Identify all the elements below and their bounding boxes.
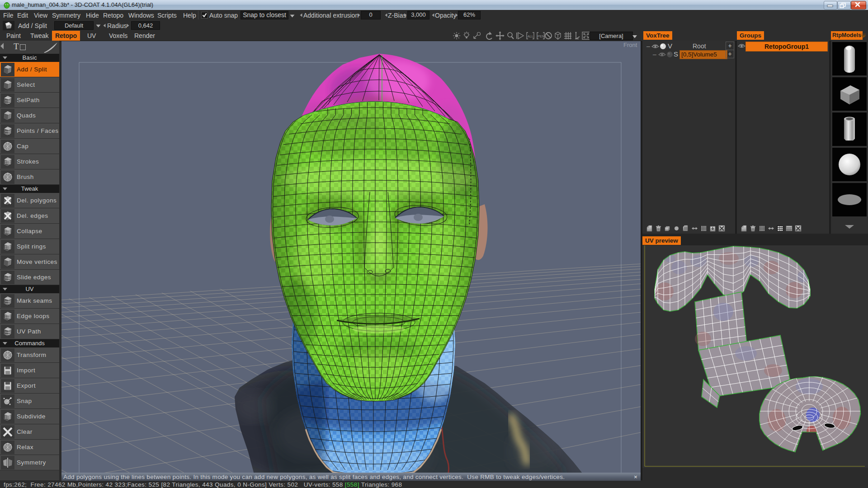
svg-text:PEN: PEN xyxy=(538,34,544,38)
svg-text:ALL: ALL xyxy=(528,34,533,38)
